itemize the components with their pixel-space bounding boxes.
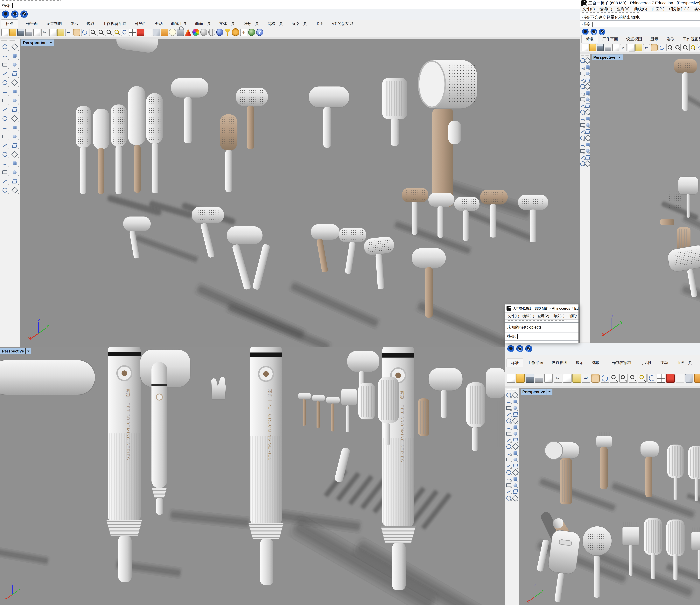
circle-icon[interactable] — [585, 64, 590, 70]
tab-9[interactable]: 曲面工具 — [191, 20, 215, 28]
save-icon[interactable] — [17, 29, 24, 36]
tab-11[interactable]: 细分工具 — [239, 20, 263, 28]
print-icon[interactable] — [535, 374, 543, 383]
export-page-icon[interactable] — [544, 374, 553, 383]
connect-solids-icon[interactable] — [585, 128, 590, 135]
gray-spheres-icon[interactable] — [505, 495, 512, 501]
tab-4[interactable]: 选取 — [588, 359, 604, 367]
ellipse-icon[interactable] — [580, 70, 585, 77]
menu-6[interactable]: 实体(O) — [694, 6, 700, 11]
surface-bend-icon[interactable] — [10, 87, 20, 96]
key-icon[interactable] — [153, 29, 160, 36]
tab-13[interactable]: 渲染工具 — [287, 20, 311, 28]
print-icon[interactable] — [25, 29, 32, 36]
tab-6[interactable]: 可见性 — [130, 20, 151, 28]
tab-7[interactable]: 变动 — [656, 359, 672, 367]
pyramid-icon[interactable] — [512, 495, 519, 501]
pointer-icon[interactable] — [0, 42, 10, 51]
box-icon[interactable] — [505, 431, 512, 437]
undo-icon[interactable] — [643, 44, 650, 51]
paired-solids-icon[interactable] — [0, 177, 10, 186]
paired-solids-icon[interactable] — [505, 488, 512, 495]
menu-1[interactable]: 编辑(E) — [599, 6, 612, 11]
menu-4[interactable]: 曲面(S) — [568, 314, 578, 318]
control-point-curve-icon[interactable] — [505, 398, 512, 405]
text-icon[interactable] — [0, 150, 10, 159]
trim-icon[interactable] — [580, 115, 585, 122]
undo-icon[interactable] — [582, 374, 590, 383]
funnel-icon[interactable] — [224, 29, 231, 35]
new-file-icon[interactable] — [581, 44, 588, 51]
boolean-union-icon[interactable] — [0, 114, 10, 123]
clamp-icon[interactable] — [10, 168, 20, 177]
ellipse-icon[interactable] — [505, 405, 512, 411]
undo-view-icon[interactable] — [697, 44, 700, 51]
manipulator-icon[interactable] — [161, 29, 168, 36]
car-icon[interactable] — [666, 374, 675, 383]
menu-2[interactable]: 查看(V) — [617, 6, 629, 11]
adjust-arc-icon[interactable] — [0, 141, 10, 150]
gray-spheres-icon[interactable] — [0, 186, 10, 195]
tab-3[interactable]: 显示 — [572, 359, 588, 367]
save-icon[interactable] — [526, 374, 534, 383]
tab-2[interactable]: 设置视图 — [622, 35, 646, 43]
zoom-in-icon[interactable] — [666, 44, 673, 51]
undo-view-icon[interactable] — [121, 29, 128, 36]
trim-icon[interactable] — [505, 450, 512, 456]
pyramid-icon[interactable] — [585, 161, 590, 167]
tab-14[interactable]: 出图 — [311, 20, 328, 28]
menu-0[interactable]: 文件(F) — [582, 6, 595, 11]
menu-bar[interactable]: 文件(F)编辑(E)查看(V)曲线(C)曲面(S)细分物件(U)实体(O)网格(… — [580, 6, 700, 12]
rotate-view-icon[interactable] — [601, 374, 609, 383]
grid-array-icon[interactable] — [580, 148, 585, 154]
ghost-page-icon[interactable] — [145, 29, 152, 36]
curve-blend-icon[interactable] — [585, 83, 590, 90]
eye-dark-icon[interactable] — [507, 345, 515, 352]
pan-hand-icon[interactable] — [651, 44, 657, 51]
undo-view-icon[interactable] — [648, 374, 656, 383]
solid-with-hole-icon[interactable] — [505, 476, 512, 482]
eye-target-icon[interactable] — [11, 10, 19, 18]
tab-1[interactable]: 工作平面 — [523, 359, 547, 367]
help-icon[interactable] — [256, 29, 263, 36]
explode-icon[interactable] — [512, 443, 519, 450]
surface-grid-icon[interactable] — [585, 102, 590, 109]
zoom-in-icon[interactable] — [610, 374, 618, 383]
zoom-selected-icon[interactable] — [113, 29, 120, 36]
sphere-striped-icon[interactable] — [208, 29, 215, 36]
viewport-tab[interactable]: Perspective — [21, 40, 54, 46]
viewport-perspective-a[interactable]: Perspective — [20, 39, 580, 347]
tab-10[interactable]: 实体工具 — [215, 20, 239, 28]
link-objects-icon[interactable] — [512, 469, 519, 476]
main-tool-rail[interactable] — [0, 39, 20, 347]
solid-with-hole-icon[interactable] — [0, 159, 10, 168]
tab-8[interactable]: 曲线工具 — [672, 359, 696, 367]
tab-1[interactable]: 工作平面 — [18, 20, 42, 28]
command-prompt[interactable]: 指令: — [505, 332, 578, 341]
move-axis-icon[interactable] — [240, 29, 247, 36]
split-icon[interactable] — [10, 123, 20, 132]
box-icon[interactable] — [580, 96, 585, 102]
menu-5[interactable]: 细分物件(U) — [669, 6, 690, 11]
link-objects-icon[interactable] — [10, 150, 20, 159]
explode-icon[interactable] — [10, 114, 20, 123]
rotate-view-icon[interactable] — [658, 44, 665, 51]
tab-5[interactable]: 工作视窗配置 — [99, 20, 130, 28]
zoom-selected-icon[interactable] — [638, 374, 647, 383]
check-icon[interactable] — [585, 154, 590, 161]
curve-blend-icon[interactable] — [10, 78, 20, 87]
menu-3[interactable]: 曲线(C) — [553, 314, 565, 318]
tab-2[interactable]: 设置视图 — [42, 20, 66, 28]
polygon-icon[interactable] — [0, 78, 10, 87]
zoom-window-icon[interactable] — [629, 374, 637, 383]
key-icon[interactable] — [685, 374, 694, 383]
split-icon[interactable] — [512, 450, 519, 456]
connect-solids-icon[interactable] — [10, 141, 20, 150]
cut-icon[interactable] — [554, 374, 562, 383]
main-tool-rail[interactable] — [580, 54, 591, 343]
command-prompt[interactable]: 指令: — [580, 20, 700, 28]
blend-curve-icon[interactable] — [505, 456, 512, 463]
connect-solids-icon[interactable] — [512, 463, 519, 469]
extrude-icon[interactable] — [10, 159, 20, 168]
adjust-arc-icon[interactable] — [505, 463, 512, 469]
